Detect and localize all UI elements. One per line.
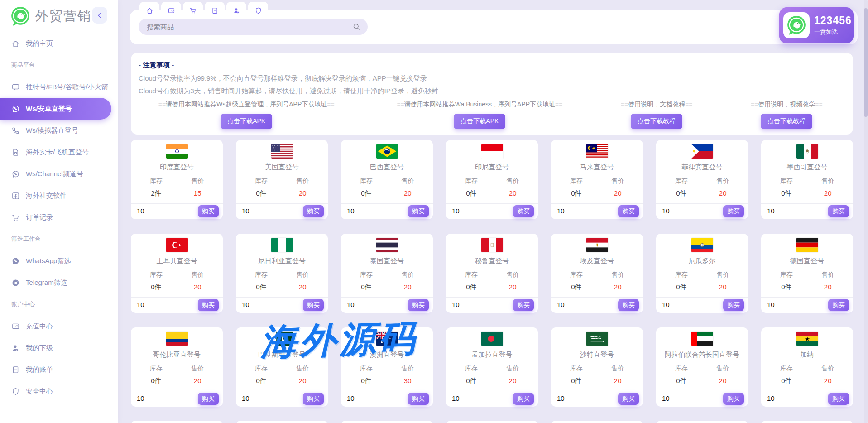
flag-philippines-icon: [691, 144, 713, 159]
sidebar-item-overseas-sim[interactable]: 海外实卡/飞机直登号: [0, 141, 118, 163]
buy-button[interactable]: 购买: [828, 393, 849, 405]
sidebar-item-telegram-filter[interactable]: Telegram筛选: [0, 272, 118, 293]
card-divider: [551, 297, 643, 298]
search-icon[interactable]: [352, 23, 360, 31]
cart-icon: [189, 7, 197, 14]
sidebar-item-home[interactable]: 我的主页: [0, 33, 118, 54]
price-value: 20: [282, 283, 323, 291]
stock-stat: 库存0件: [240, 365, 282, 385]
tab-bills[interactable]: [205, 2, 225, 15]
quantity-input[interactable]: [241, 300, 274, 309]
sidebar-item-social-accounts[interactable]: 推特号/FB号/谷歌号/小火箭: [0, 76, 118, 98]
price-stat: 售价20: [387, 271, 428, 291]
buy-button[interactable]: 购买: [618, 393, 639, 405]
tab-security[interactable]: [248, 2, 268, 15]
card-divider: [236, 391, 328, 391]
buy-button[interactable]: 购买: [723, 393, 744, 405]
quantity-input[interactable]: [241, 207, 274, 215]
download-button-wa-apk[interactable]: 点击下载APK: [454, 114, 505, 129]
buy-button[interactable]: 购买: [618, 299, 639, 311]
scrollbar-thumb[interactable]: [864, 8, 868, 117]
product-name: 巴基斯坦直登号: [236, 351, 328, 359]
chat-icon: [11, 83, 20, 91]
stock-value: 0件: [766, 189, 807, 198]
stock-value: 0件: [345, 377, 387, 385]
buy-button[interactable]: 购买: [303, 393, 324, 405]
quantity-input[interactable]: [556, 300, 590, 309]
user-card[interactable]: 123456 一贫如洗: [779, 7, 854, 43]
quantity-input[interactable]: [766, 300, 800, 309]
quantity-input[interactable]: [451, 300, 484, 309]
scrollbar[interactable]: [864, 0, 868, 423]
product-name: 埃及直登号: [551, 257, 643, 265]
search-input[interactable]: [146, 23, 352, 31]
topbar-tabs: [139, 2, 268, 15]
sidebar-item-ws-android[interactable]: Ws/安卓直登号: [0, 98, 111, 120]
notice-line-2: Cloud号有效期为3天，销售时间开始算起，请尽快使用，避免过期，请使用干净的I…: [139, 87, 438, 96]
quantity-input[interactable]: [766, 394, 800, 403]
sidebar-collapse-button[interactable]: [92, 7, 107, 24]
buy-button[interactable]: 购买: [303, 205, 324, 217]
quantity-input[interactable]: [241, 394, 274, 403]
buy-button[interactable]: 购买: [828, 205, 849, 217]
quantity-input[interactable]: [556, 394, 590, 403]
sidebar-item-ws-channel[interactable]: Ws/Channel频道号: [0, 163, 118, 185]
tab-home[interactable]: [139, 2, 159, 15]
stock-stat: 库存0件: [556, 177, 597, 198]
price-label: 售价: [807, 271, 849, 279]
tab-orders[interactable]: [183, 2, 203, 15]
product-name: 澳洲直登号: [341, 351, 433, 359]
sidebar-item-overseas-social[interactable]: 海外社交软件: [0, 185, 118, 207]
cart-icon: [11, 213, 20, 222]
quantity-input[interactable]: [556, 207, 590, 215]
quantity-input[interactable]: [346, 300, 379, 309]
buy-button[interactable]: 购买: [618, 205, 639, 217]
quantity-input[interactable]: [661, 300, 695, 309]
sidebar-item-recharge[interactable]: 充值中心: [0, 315, 118, 337]
product-card: 秘鲁直登号库存0件售价20购买: [446, 234, 538, 313]
quantity-input[interactable]: [661, 207, 695, 215]
flag-australia-icon: [376, 332, 398, 346]
quantity-input[interactable]: [346, 394, 379, 403]
product-card: 美国直登号库存0件售价20购买: [236, 140, 328, 219]
sidebar-item-ws-emulator[interactable]: Ws/模拟器直登号: [0, 120, 118, 141]
sidebar-item-subordinates[interactable]: 我的下级: [0, 337, 118, 359]
quantity-input[interactable]: [451, 394, 484, 403]
sidebar-item-whatsapp-filter[interactable]: WhatsApp筛选: [0, 250, 118, 272]
user-star-icon: [233, 7, 240, 14]
stock-stat: 库存2件: [135, 177, 177, 198]
search-bar[interactable]: [139, 19, 368, 35]
buy-button[interactable]: 购买: [408, 299, 429, 311]
quantity-input[interactable]: [136, 207, 169, 215]
quantity-input[interactable]: [136, 300, 169, 309]
stock-value: 0件: [135, 283, 177, 292]
tab-subordinates[interactable]: [226, 2, 246, 15]
buy-button[interactable]: 购买: [513, 393, 534, 405]
download-button-video-tutorial[interactable]: 点击下载教程: [761, 114, 812, 129]
buy-button[interactable]: 购买: [513, 205, 534, 217]
sidebar-item-label: 我的主页: [26, 39, 53, 48]
product-card-stub: [236, 421, 328, 423]
buy-button[interactable]: 购买: [198, 205, 219, 217]
quantity-input[interactable]: [136, 394, 169, 403]
sidebar-item-orders[interactable]: 订单记录: [0, 207, 118, 228]
quantity-input[interactable]: [346, 207, 379, 215]
tab-recharge[interactable]: [161, 2, 181, 15]
buy-button[interactable]: 购买: [198, 299, 219, 311]
download-button-ws-apk[interactable]: 点击下载APK: [221, 114, 272, 129]
quantity-input[interactable]: [451, 207, 484, 215]
buy-button[interactable]: 购买: [723, 205, 744, 217]
download-button-doc-tutorial[interactable]: 点击下载教程: [631, 114, 682, 129]
sidebar-item-security[interactable]: 安全中心: [0, 380, 118, 402]
product-name: 尼日利亚直登号: [236, 257, 328, 265]
sidebar-item-bills[interactable]: 我的账单: [0, 359, 118, 380]
buy-button[interactable]: 购买: [828, 299, 849, 311]
quantity-input[interactable]: [766, 207, 800, 215]
buy-button[interactable]: 购买: [408, 393, 429, 405]
quantity-input[interactable]: [661, 394, 695, 403]
buy-button[interactable]: 购买: [198, 393, 219, 405]
buy-button[interactable]: 购买: [303, 299, 324, 311]
buy-button[interactable]: 购买: [723, 299, 744, 311]
buy-button[interactable]: 购买: [513, 299, 534, 311]
buy-button[interactable]: 购买: [408, 205, 429, 217]
